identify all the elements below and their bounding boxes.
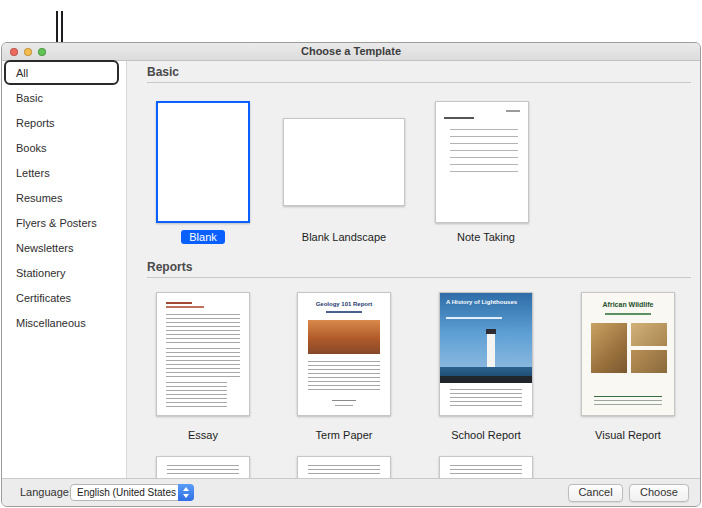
thumbnail-name-line: [335, 405, 353, 407]
template-label-term-paper: Term Paper: [279, 428, 409, 443]
thumbnail-title-text: African Wildlife: [584, 301, 672, 308]
sidebar-item-miscellaneous[interactable]: Miscellaneous: [2, 311, 126, 336]
sidebar-item-all[interactable]: All: [2, 61, 126, 86]
giraffe-photo: [631, 323, 667, 346]
section-divider: [147, 277, 691, 278]
thumbnail-subtitle-line: [605, 313, 651, 315]
rocks-graphic: [440, 376, 532, 383]
sidebar-item-stationery[interactable]: Stationery: [2, 261, 126, 286]
thumbnail-text-lines: [166, 382, 227, 408]
template-partial[interactable]: [297, 456, 391, 479]
thumbnail-name-line: [332, 400, 356, 402]
callout-pointer-line: [61, 11, 63, 42]
template-visual-report[interactable]: African Wildlife: [581, 292, 675, 416]
thumbnail-title-text: A History of Lighthouses: [446, 299, 526, 306]
sidebar-item-resumes[interactable]: Resumes: [2, 186, 126, 211]
thumbnail-text-lines: [308, 465, 380, 477]
giraffe-photo: [631, 350, 667, 373]
lighthouse-tower-graphic: [487, 334, 495, 367]
thumbnail-divider-line: [594, 396, 662, 397]
thumbnail-text-lines: [450, 129, 518, 178]
template-blank[interactable]: [156, 101, 250, 223]
thumbnail-subtitle-line: [326, 311, 362, 313]
language-popup[interactable]: English (United States): [70, 484, 194, 501]
template-essay[interactable]: [156, 292, 250, 416]
sidebar-item-basic[interactable]: Basic: [2, 86, 126, 111]
template-partial[interactable]: [156, 456, 250, 479]
chevron-up-icon: [183, 487, 189, 491]
thumbnail-text-lines: [166, 348, 240, 378]
lighthouse-photo: A History of Lighthouses: [440, 293, 532, 383]
language-label: Language:: [20, 479, 72, 506]
template-note-taking[interactable]: [435, 101, 529, 223]
window-title: Choose a Template: [2, 43, 700, 60]
section-divider: [147, 82, 691, 83]
cancel-button[interactable]: Cancel: [568, 484, 623, 502]
chevron-down-icon: [183, 494, 189, 498]
close-button[interactable]: [10, 48, 18, 56]
sidebar-item-books[interactable]: Books: [2, 136, 126, 161]
thumbnail-title-line: [444, 117, 474, 119]
traffic-lights: [10, 48, 46, 56]
thumbnail-title-text: Geology 101 Report: [302, 301, 386, 308]
template-gallery: Basic Blank Blank Landscape Note Taking …: [128, 61, 700, 479]
thumbnail-title-line: [166, 306, 204, 308]
category-sidebar: All Basic Reports Books Letters Resumes …: [2, 61, 127, 478]
template-label-blank-landscape: Blank Landscape: [279, 230, 409, 245]
thumbnail-footer: [440, 383, 532, 415]
titlebar: Choose a Template: [2, 43, 700, 61]
thumbnail-text-lines: [594, 400, 662, 408]
choose-template-window: Choose a Template All Basic Reports Book…: [1, 42, 701, 507]
callout-pointer-line: [56, 11, 58, 42]
popup-stepper-icon: [178, 484, 194, 501]
thumbnail-text-lines: [450, 465, 522, 477]
sidebar-item-newsletters[interactable]: Newsletters: [2, 236, 126, 261]
sidebar-item-flyers-posters[interactable]: Flyers & Posters: [2, 211, 126, 236]
thumbnail-title-line: [166, 302, 192, 304]
zoom-button[interactable]: [38, 48, 46, 56]
template-partial[interactable]: [439, 456, 533, 479]
screenshot-canvas: Choose a Template All Basic Reports Book…: [0, 0, 702, 508]
thumbnail-text-lines: [450, 389, 522, 409]
thumbnail-text-lines: [167, 465, 239, 477]
sidebar-item-reports[interactable]: Reports: [2, 111, 126, 136]
giraffe-photo: [591, 323, 627, 373]
selected-template-badge: Blank: [181, 230, 225, 244]
template-label-note-taking: Note Taking: [421, 230, 551, 245]
template-label-visual-report: Visual Report: [563, 428, 693, 443]
template-blank-landscape[interactable]: [283, 118, 405, 206]
footer-bar: Language: English (United States) Cancel…: [2, 478, 700, 506]
thumbnail-subtitle-line: [446, 317, 502, 319]
minimize-button[interactable]: [24, 48, 32, 56]
template-school-report[interactable]: A History of Lighthouses: [439, 292, 533, 416]
canyon-photo: [308, 320, 380, 354]
template-label-blank: Blank: [138, 230, 268, 245]
template-label-school-report: School Report: [421, 428, 551, 443]
thumbnail-text-lines: [166, 314, 240, 344]
sidebar-item-letters[interactable]: Letters: [2, 161, 126, 186]
choose-button[interactable]: Choose: [629, 484, 689, 502]
thumbnail-date-line: [506, 110, 520, 112]
template-label-essay: Essay: [138, 428, 268, 443]
template-term-paper[interactable]: Geology 101 Report: [297, 292, 391, 416]
language-popup-value: English (United States): [77, 485, 176, 500]
sidebar-item-certificates[interactable]: Certificates: [2, 286, 126, 311]
section-title-reports: Reports: [147, 260, 192, 274]
section-title-basic: Basic: [147, 65, 179, 79]
thumbnail-text-lines: [308, 361, 380, 393]
